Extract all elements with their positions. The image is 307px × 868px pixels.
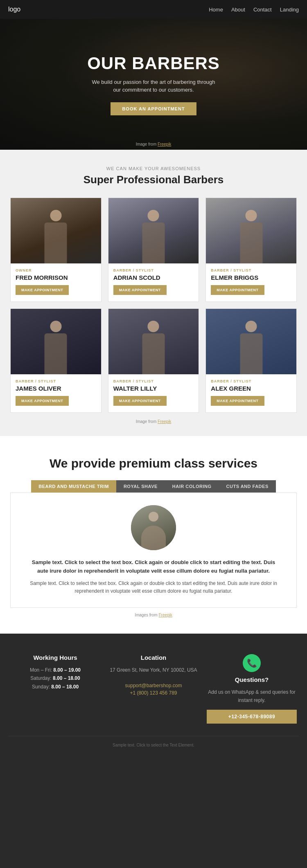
tab-hair-coloring[interactable]: HAIR COLORING — [165, 480, 219, 492]
silhouette-head — [246, 210, 257, 221]
footer-bottom: Sample text. Click to select the Text El… — [8, 736, 299, 747]
hero-content: OUR BARBERS We build our passion for the… — [87, 54, 220, 115]
service-content: Sample text. Click to select the text bo… — [10, 492, 297, 608]
nav-about[interactable]: About — [231, 7, 245, 13]
barber-photo-bg-1 — [11, 198, 101, 263]
tab-cuts-fades[interactable]: CUTS AND FADES — [219, 480, 276, 492]
barber-name-5: WALTER LILLY — [108, 385, 199, 392]
services-credit: Images from Freepik — [8, 613, 299, 617]
barber-silhouette-4 — [45, 321, 67, 374]
barbers-credit-link[interactable]: Freepik — [158, 419, 171, 424]
service-image-wrap — [27, 505, 280, 550]
working-hours-title: Working Hours — [10, 654, 100, 661]
barber-name-6: ALEX GREEN — [206, 385, 296, 392]
book-appointment-button[interactable]: BOOK AN APPOINTMENT — [111, 102, 196, 115]
barber-photo-1 — [11, 198, 101, 263]
barber-name-1: FRED MORRISON — [11, 274, 101, 281]
location-title: Location — [108, 654, 199, 661]
barbers-credit: Image from Freepik — [8, 419, 299, 428]
barber-photo-5 — [108, 309, 199, 374]
barber-role-3: BARBER / STYLIST — [206, 268, 296, 272]
location-email[interactable]: support@barbershop.com — [125, 683, 182, 688]
barber-role-6: BARBER / STYLIST — [206, 379, 296, 383]
barber-card-1: OWNER FRED MORRISON MAKE APPOINTMENT — [10, 198, 102, 302]
footer-bottom-text: Sample text. Click to select the Text El… — [113, 743, 194, 747]
service-text: Sample text. Click to select the text bo… — [27, 580, 280, 595]
whatsapp-icon: 📞 — [243, 654, 261, 672]
footer-working-hours: Working Hours Mon – Fri: 8.00 – 19.00 Sa… — [10, 654, 100, 724]
service-person-head — [149, 512, 158, 522]
barber-card-4: BARBER / STYLIST JAMES OLIVER MAKE APPOI… — [10, 308, 102, 413]
tab-beard-mustache[interactable]: BEARD AND MUSTACHE TRIM — [31, 480, 116, 492]
contact-title: Questions? — [207, 676, 297, 683]
barber-role-4: BARBER / STYLIST — [11, 379, 101, 383]
whatsapp-button[interactable]: +12-345-678-89089 — [207, 710, 297, 724]
silhouette-head — [148, 210, 159, 221]
silhouette-body — [142, 223, 165, 263]
nav-contact[interactable]: Contact — [253, 7, 272, 13]
barber-card-2: BARBER / STYLIST ADRIAN SCOLD MAKE APPOI… — [108, 198, 199, 302]
barber-silhouette-5 — [142, 321, 165, 374]
hero-subtitle: We build our passion for the art of barb… — [88, 78, 219, 94]
barber-name-2: ADRIAN SCOLD — [108, 274, 199, 281]
make-appointment-button-6[interactable]: MAKE APPOINTMENT — [211, 396, 264, 406]
barber-photo-2 — [108, 198, 199, 263]
barber-card-5: BARBER / STYLIST WALTER LILLY MAKE APPOI… — [108, 308, 199, 413]
make-appointment-button-1[interactable]: MAKE APPOINTMENT — [16, 285, 69, 295]
make-appointment-button-4[interactable]: MAKE APPOINTMENT — [16, 396, 69, 406]
hero-title: OUR BARBERS — [87, 54, 220, 73]
barber-silhouette-2 — [142, 210, 165, 263]
silhouette-head — [148, 321, 159, 332]
hero-credit: Image from Freepik — [136, 142, 172, 146]
footer-location: Location 17 Green St, New York, NY 10002… — [108, 654, 199, 724]
navbar: logo Home About Contact Landing — [0, 0, 307, 19]
make-appointment-button-5[interactable]: MAKE APPOINTMENT — [113, 396, 167, 406]
service-image — [131, 505, 176, 550]
make-appointment-button-3[interactable]: MAKE APPOINTMENT — [211, 285, 264, 295]
make-appointment-button-2[interactable]: MAKE APPOINTMENT — [113, 285, 167, 295]
barber-photo-bg-5 — [108, 309, 199, 374]
contact-text: Add us on WhatsApp & send queries for in… — [207, 688, 297, 705]
silhouette-head — [50, 210, 61, 221]
tab-royal-shave[interactable]: ROYAL SHAVE — [116, 480, 165, 492]
barber-photo-3 — [206, 198, 296, 263]
barber-card-3: BARBER / STYLIST ELMER BRIGGS MAKE APPOI… — [205, 198, 297, 302]
barber-photo-bg-6 — [206, 309, 296, 374]
barber-role-5: BARBER / STYLIST — [108, 379, 199, 383]
barber-photo-bg-3 — [206, 198, 296, 263]
nav-landing[interactable]: Landing — [280, 7, 299, 13]
silhouette-body — [240, 333, 262, 374]
footer: Working Hours Mon – Fri: 8.00 – 19.00 Sa… — [0, 634, 307, 760]
service-text-bold: Sample text. Click to select the text bo… — [27, 558, 280, 576]
barber-silhouette-3 — [240, 210, 262, 263]
silhouette-head — [50, 321, 61, 332]
nav-logo: logo — [8, 6, 20, 13]
working-hours-monFri: Mon – Fri: 8.00 – 19.00 — [10, 666, 100, 674]
barber-photo-bg-4 — [11, 309, 101, 374]
barbers-title: Super Professional Barbers — [8, 173, 299, 186]
services-section: We provide premium class services BEARD … — [0, 436, 307, 634]
barbers-section: WE CAN MAKE YOUR AWESOMENESS Super Profe… — [0, 150, 307, 436]
services-tabs: BEARD AND MUSTACHE TRIM ROYAL SHAVE HAIR… — [8, 480, 299, 492]
hero-credit-link[interactable]: Freepik — [158, 142, 171, 146]
barber-photo-bg-2 — [108, 198, 199, 263]
hero-section: OUR BARBERS We build our passion for the… — [0, 19, 307, 150]
barber-name-3: ELMER BRIGGS — [206, 274, 296, 281]
working-hours-sunday: Sunday: 8.00 – 18.00 — [10, 683, 100, 691]
silhouette-body — [45, 223, 67, 263]
footer-contact: 📞 Questions? Add us on WhatsApp & send q… — [207, 654, 297, 724]
silhouette-body — [142, 333, 165, 374]
silhouette-body — [45, 333, 67, 374]
service-person-body — [141, 526, 166, 550]
nav-links: Home About Contact Landing — [209, 7, 299, 13]
service-image-inner — [131, 505, 176, 550]
silhouette-body — [240, 223, 262, 263]
location-phone[interactable]: +1 (800) 123 456 789 — [130, 690, 177, 696]
barber-role-2: BARBER / STYLIST — [108, 268, 199, 272]
nav-home[interactable]: Home — [209, 7, 223, 13]
location-address: 17 Green St, New York, NY 10002, USA — [108, 666, 199, 674]
services-credit-link[interactable]: Freepik — [159, 613, 172, 617]
barber-name-4: JAMES OLIVER — [11, 385, 101, 392]
barber-silhouette-6 — [240, 321, 262, 374]
working-hours-saturday: Saturday: 8.00 – 18.00 — [10, 674, 100, 682]
